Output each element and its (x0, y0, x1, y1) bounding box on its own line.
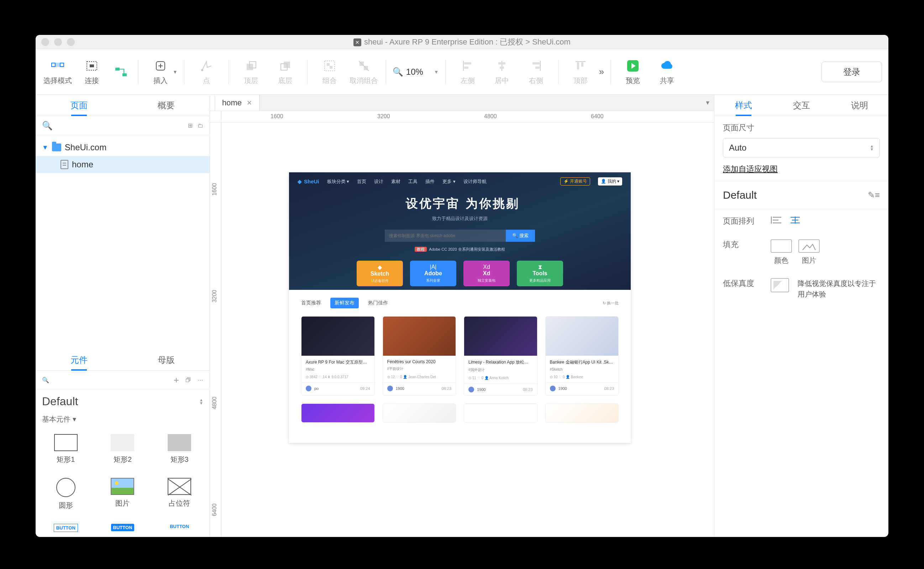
svg-rect-15 (329, 66, 332, 69)
toolbar: 选择模式 连接 插入 ▼ 点 顶层 底层 组合 取消组合 🔍 ▼ 左侧 居中 (36, 49, 888, 95)
tool-connect[interactable] (110, 64, 132, 80)
widget-btn2[interactable]: BUTTON (96, 519, 150, 537)
window-title: ✕sheui - Axure RP 9 Enterprise Edition :… (36, 37, 888, 47)
pages-tree: ▼ SheUi.com home (36, 135, 209, 176)
widget-rect3[interactable]: 矩形3 (153, 429, 206, 469)
library-select[interactable]: Default ▲▼ (36, 390, 209, 413)
ungroup-icon (356, 58, 372, 74)
widget-rect1[interactable]: 矩形1 (39, 429, 93, 469)
svg-point-8 (201, 69, 203, 71)
tool-preview[interactable]: 预览 (617, 58, 648, 85)
tree-folder[interactable]: ▼ SheUi.com (36, 139, 209, 156)
login-button[interactable]: 登录 (821, 62, 882, 82)
svg-rect-22 (533, 62, 540, 64)
canvas-area: home ✕ ▼ 1600 3200 4800 6400 1600 3200 4… (210, 95, 714, 537)
ruler-horizontal: 1600 3200 4800 6400 (210, 111, 714, 122)
tab-pages[interactable]: 页面 (36, 95, 123, 116)
widget-circle[interactable]: 圆形 (39, 473, 93, 515)
svg-rect-25 (581, 62, 583, 67)
hero-search (385, 230, 506, 242)
align-right-icon (528, 58, 544, 74)
svg-rect-4 (90, 64, 94, 67)
widget-image[interactable]: 图片 (96, 473, 150, 515)
group-icon (322, 58, 337, 74)
chevron-down-icon[interactable]: ▼ (173, 69, 178, 75)
connect-icon (113, 64, 129, 80)
fill-image-option[interactable]: 图片 (798, 239, 820, 265)
edit-icon[interactable]: ✎≡ (868, 190, 880, 200)
tab-notes[interactable]: 说明 (830, 95, 888, 116)
tab-widgets[interactable]: 元件 (36, 349, 123, 370)
app-window: ✕sheui - Axure RP 9 Enterprise Edition :… (36, 35, 888, 537)
add-folder-icon[interactable]: 🗀 (197, 122, 203, 129)
hero-search-btn: 🔍 搜索 (506, 230, 535, 242)
updown-icon: ▲▼ (870, 145, 874, 151)
style-name: Default (723, 189, 757, 201)
widget-btn1[interactable]: BUTTON (39, 519, 93, 537)
toolbar-overflow[interactable]: » (599, 66, 604, 77)
widget-placeholder[interactable]: 占位符 (153, 473, 206, 515)
zoom-control[interactable]: 🔍 ▼ (393, 67, 439, 77)
min-dot[interactable] (54, 38, 62, 46)
lofi-label: 低保真度 (723, 278, 762, 289)
tab-interaction[interactable]: 交互 (772, 95, 830, 116)
library-icon[interactable]: 🗇 (185, 377, 191, 383)
tool-align-left: 左侧 (452, 58, 483, 85)
tool-ungroup: 取消组合 (348, 58, 379, 85)
add-icon[interactable]: + (174, 374, 179, 386)
tab-masters[interactable]: 母版 (123, 349, 210, 370)
align-center-option[interactable] (789, 216, 801, 224)
tool-select-alt[interactable]: 连接 (76, 58, 108, 85)
tool-back: 底层 (269, 58, 301, 85)
lofi-toggle[interactable] (771, 278, 789, 292)
library-category[interactable]: 基本元件 ▾ (36, 413, 209, 429)
svg-rect-14 (327, 63, 329, 66)
tool-point: 点 (191, 58, 222, 85)
pages-search-row: 🔍 ⊞ 🗀 (36, 116, 209, 135)
tree-page-home[interactable]: home (36, 156, 209, 173)
updown-icon: ▲▼ (199, 399, 203, 405)
align-left-option[interactable] (771, 216, 783, 224)
search-icon[interactable]: 🔍 (42, 377, 49, 383)
close-dot[interactable] (41, 38, 49, 46)
tool-align-right: 右侧 (520, 58, 552, 85)
add-adaptive-view[interactable]: 添加自适应视图 (723, 164, 778, 175)
more-icon[interactable]: ⋯ (197, 377, 203, 383)
add-page-icon[interactable]: ⊞ (188, 122, 193, 129)
widget-btn3[interactable]: BUTTON (153, 519, 206, 537)
back-icon (277, 58, 293, 74)
chevron-down-icon[interactable]: ▼ (705, 100, 710, 106)
right-panel: 样式 交互 说明 页面尺寸 Auto ▲▼ 添加自适应视图 Default ✎≡… (714, 95, 888, 537)
tool-select[interactable]: 选择模式 (42, 58, 73, 85)
ruler-vertical: 1600 3200 4800 6400 (210, 122, 222, 537)
file-tab-home[interactable]: home ✕ (215, 95, 259, 111)
tool-align-top: 顶部 (565, 58, 596, 85)
titlebar: ✕sheui - Axure RP 9 Enterprise Edition :… (36, 35, 888, 49)
tab-outline[interactable]: 概要 (123, 95, 210, 116)
chevron-down-icon: ▼ (42, 144, 49, 151)
close-icon[interactable]: ✕ (247, 99, 252, 107)
widgets-grid: 矩形1 矩形2 矩形3 圆形 图片 占位符 BUTTON BUTTON BUTT… (36, 429, 209, 537)
search-icon[interactable]: 🔍 (42, 121, 53, 131)
svg-rect-5 (115, 68, 120, 70)
chevron-down-icon[interactable]: ▼ (434, 69, 439, 75)
align-label: 页面排列 (723, 216, 762, 227)
file-tabs: home ✕ ▼ (210, 95, 714, 111)
canvas[interactable]: ◆ SheUi 板块分类 ▾首页设计 素材工具插件 更多 ▾设计师导航 ⚡ 开通… (222, 122, 714, 537)
folder-icon (52, 143, 61, 151)
tool-insert[interactable]: 插入 (145, 58, 176, 85)
max-dot[interactable] (67, 38, 75, 46)
svg-rect-19 (464, 67, 469, 69)
traffic-lights[interactable] (41, 38, 75, 46)
tab-style[interactable]: 样式 (715, 95, 772, 116)
artboard[interactable]: ◆ SheUi 板块分类 ▾首页设计 素材工具插件 更多 ▾设计师导航 ⚡ 开通… (289, 172, 631, 443)
left-panel: 页面 概要 🔍 ⊞ 🗀 ▼ SheUi.com home (36, 95, 210, 537)
zoom-input[interactable] (406, 67, 431, 77)
widget-rect2[interactable]: 矩形2 (96, 429, 150, 469)
align-top-icon (573, 58, 588, 74)
tool-share[interactable]: 共享 (651, 58, 683, 85)
svg-rect-0 (52, 63, 55, 67)
page-dim-select[interactable]: Auto ▲▼ (723, 138, 880, 157)
fill-color-option[interactable]: 颜色 (771, 239, 792, 265)
brand-logo: ◆ SheUi (297, 178, 319, 185)
